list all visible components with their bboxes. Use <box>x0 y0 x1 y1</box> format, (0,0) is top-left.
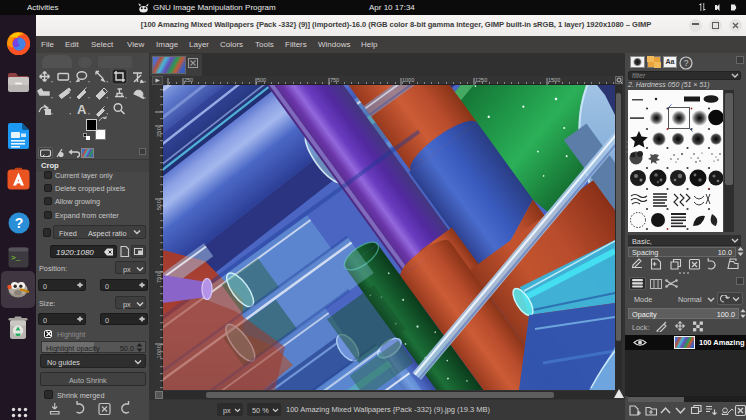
svg-text:?: ? <box>15 215 24 231</box>
svg-text:>_: >_ <box>11 253 21 262</box>
svg-text:A: A <box>77 102 87 117</box>
svg-text:?: ? <box>684 58 689 68</box>
